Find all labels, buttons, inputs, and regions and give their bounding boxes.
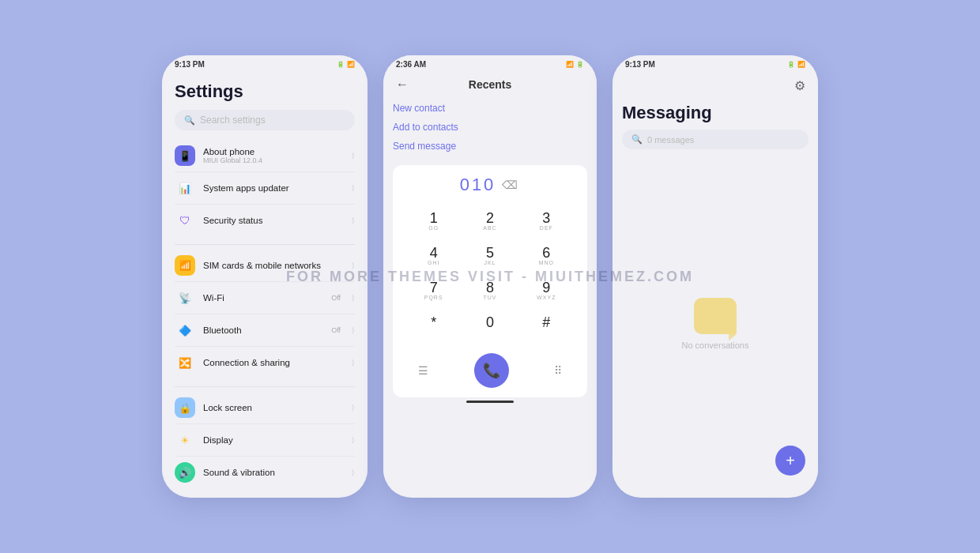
dial-key-3-num: 3 <box>542 211 550 225</box>
messaging-title: Messaging <box>622 103 808 123</box>
compose-fab-button[interactable]: + <box>775 446 805 476</box>
connection-arrow: ⟩ <box>352 359 355 367</box>
add-to-contacts-link[interactable]: Add to contacts <box>393 118 587 137</box>
dial-key-2[interactable]: 2 ABC <box>462 205 518 239</box>
dialer-home-bar <box>466 401 514 403</box>
dialpad-icon[interactable]: ⠿ <box>554 364 562 377</box>
dial-key-8[interactable]: 8 TUV <box>462 274 518 309</box>
dialer-header: ← Recents <box>383 72 597 94</box>
msg-search-icon: 🔍 <box>631 134 643 145</box>
settings-item-connection[interactable]: 🔀 Connection & sharing ⟩ <box>175 347 355 378</box>
dial-key-hash[interactable]: # <box>518 309 575 344</box>
dial-key-7[interactable]: 7 PQRS <box>405 274 462 309</box>
dialer-signal-icon: 📶 <box>566 61 574 68</box>
security-label: Security status <box>203 216 344 225</box>
wifi-label: Wi-Fi <box>203 293 323 303</box>
dial-key-star-num: * <box>431 315 436 329</box>
sound-arrow: ⟩ <box>352 468 355 476</box>
dial-grid: 1 GG 2 ABC 3 DEF 4 GHI <box>405 205 575 344</box>
sound-icon: 🔊 <box>175 462 195 483</box>
dial-key-2-letters: ABC <box>483 225 496 233</box>
dialer-battery-icon: 🔋 <box>576 61 584 68</box>
empty-conversations-text: No conversations <box>682 340 749 350</box>
dial-key-5[interactable]: 5 JKL <box>462 239 518 274</box>
settings-section-2: 📶 SIM cards & mobile networks ⟩ 📡 Wi-Fi … <box>175 250 355 378</box>
settings-item-security[interactable]: 🛡 Security status ⟩ <box>175 205 355 236</box>
dial-key-8-letters: TUV <box>483 295 496 303</box>
dial-key-6[interactable]: 6 MNO <box>518 239 575 274</box>
display-icon: ☀ <box>175 430 195 450</box>
settings-item-about[interactable]: 📱 About phone MIUI Global 12.0.4 ⟩ <box>175 140 355 172</box>
settings-item-system-apps[interactable]: 📊 System apps updater ⟩ <box>175 172 355 205</box>
phones-container: 9:13 PM 🔋 📶 Settings 🔍 Search settings 📱… <box>162 55 818 498</box>
dial-key-5-letters: JKL <box>484 260 496 268</box>
dialer-status-bar: 2:36 AM 📶 🔋 <box>383 55 597 72</box>
about-arrow: ⟩ <box>352 152 355 160</box>
search-placeholder: Search settings <box>200 115 266 126</box>
call-button[interactable]: 📞 <box>474 353 509 388</box>
dial-key-3-letters: DEF <box>540 225 553 233</box>
msg-search-bar[interactable]: 🔍 0 messages <box>622 130 808 149</box>
settings-section-3: 🔒 Lock screen ⟩ ☀ Display ⟩ 🔊 S <box>175 392 355 488</box>
settings-status-bar: 9:13 PM 🔋 📶 <box>162 55 368 72</box>
sim-arrow: ⟩ <box>352 261 355 269</box>
dial-key-hash-num: # <box>542 315 550 329</box>
dial-key-4[interactable]: 4 GHI <box>405 239 462 274</box>
dial-key-3[interactable]: 3 DEF <box>518 205 575 239</box>
settings-item-wifi[interactable]: 📡 Wi-Fi Off ⟩ <box>175 282 355 314</box>
send-message-link[interactable]: Send message <box>393 137 587 156</box>
empty-message-icon <box>694 298 737 334</box>
sim-label: SIM cards & mobile networks <box>203 261 344 270</box>
settings-item-sound[interactable]: 🔊 Sound & vibration ⟩ <box>175 457 355 488</box>
settings-item-sim[interactable]: 📶 SIM cards & mobile networks ⟩ <box>175 250 355 282</box>
dialer-status-icons: 📶 🔋 <box>566 61 584 68</box>
about-icon: 📱 <box>175 145 195 166</box>
security-arrow: ⟩ <box>352 216 355 224</box>
display-label: Display <box>203 435 344 445</box>
bt-status: Off <box>331 326 341 334</box>
settings-item-lock[interactable]: 🔒 Lock screen ⟩ <box>175 392 355 424</box>
security-text: Security status <box>203 216 344 225</box>
about-sublabel: MIUI Global 12.0.4 <box>203 156 344 164</box>
dial-key-6-num: 6 <box>542 246 550 260</box>
connection-label: Connection & sharing <box>203 358 344 367</box>
empty-conversations-area: No conversations <box>622 159 808 488</box>
settings-item-display[interactable]: ☀ Display ⟩ <box>175 424 355 457</box>
settings-status-icons: 🔋 📶 <box>337 61 355 68</box>
menu-icon[interactable]: ☰ <box>418 364 428 377</box>
connection-icon: 🔀 <box>175 352 195 373</box>
dial-key-4-letters: GHI <box>428 260 439 268</box>
bt-arrow: ⟩ <box>352 326 355 334</box>
battery-icon: 🔋 <box>337 61 345 68</box>
delete-button[interactable]: ⌫ <box>502 179 520 191</box>
sim-text: SIM cards & mobile networks <box>203 261 344 270</box>
wifi-icon: 📡 <box>175 288 195 308</box>
dial-key-9-letters: WXYZ <box>537 295 556 303</box>
wifi-arrow: ⟩ <box>352 294 355 302</box>
divider-2 <box>175 386 355 387</box>
dial-key-star[interactable]: * <box>405 309 462 344</box>
new-contact-link[interactable]: New contact <box>393 99 587 118</box>
dial-key-1[interactable]: 1 GG <box>405 205 462 239</box>
dialer-title: Recents <box>469 78 511 91</box>
settings-search-bar[interactable]: 🔍 Search settings <box>175 110 355 130</box>
dial-key-9-num: 9 <box>542 280 550 295</box>
settings-status-time: 9:13 PM <box>175 60 205 69</box>
dial-key-8-num: 8 <box>486 280 494 295</box>
dial-key-4-num: 4 <box>430 246 438 260</box>
dial-key-0[interactable]: 0 <box>462 309 518 344</box>
sound-label: Sound & vibration <box>203 468 344 477</box>
lock-label: Lock screen <box>203 403 344 412</box>
messaging-status-icons: 🔋 📶 <box>787 61 805 68</box>
phone-dialer: 2:36 AM 📶 🔋 ← Recents New contact Add to… <box>383 55 597 498</box>
system-apps-label: System apps updater <box>203 183 344 193</box>
gear-button[interactable]: ⚙ <box>794 78 805 93</box>
dial-number: 010 ⌫ <box>405 175 575 195</box>
dial-key-9[interactable]: 9 WXYZ <box>518 274 575 309</box>
dialer-status-time: 2:36 AM <box>396 60 426 69</box>
about-text: About phone MIUI Global 12.0.4 <box>203 147 344 164</box>
settings-item-bluetooth[interactable]: 🔷 Bluetooth Off ⟩ <box>175 314 355 347</box>
bluetooth-text: Bluetooth <box>203 325 323 335</box>
messaging-header: ⚙ <box>612 72 818 96</box>
back-button[interactable]: ← <box>396 77 409 92</box>
